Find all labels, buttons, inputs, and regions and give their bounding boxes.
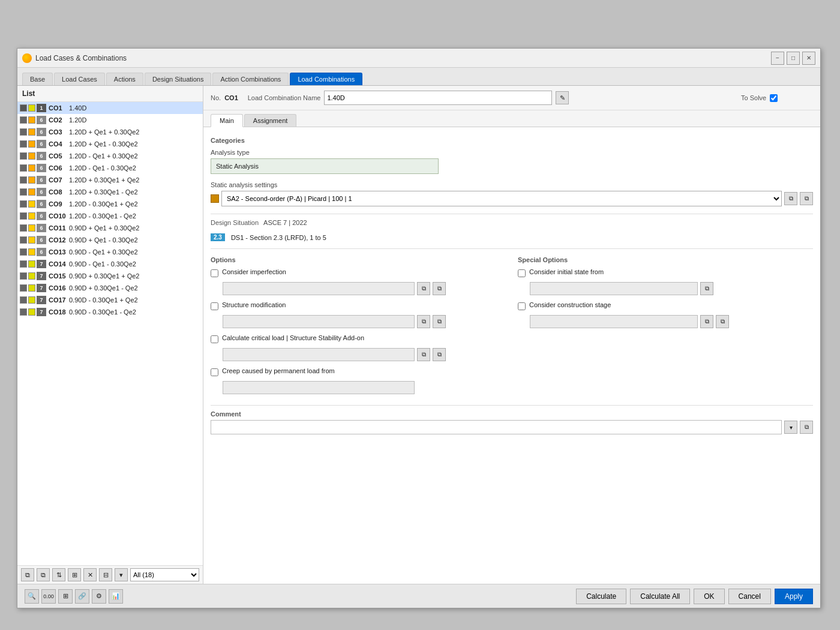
settings-copy-btn[interactable]: ⧉ — [784, 192, 797, 205]
list-item-value: 1.20D + Qe1 - 0.30Qe2 — [69, 140, 200, 148]
imperfection-paste-btn[interactable]: ⧉ — [433, 282, 446, 295]
calculate-button[interactable]: Calculate — [576, 589, 626, 604]
list-item[interactable]: 6CO21.20D — [17, 114, 203, 126]
construction-paste-btn[interactable]: ⧉ — [716, 315, 729, 328]
color-swatch-2 — [28, 308, 35, 316]
sub-tab-main[interactable]: Main — [211, 114, 243, 127]
list-item-code: CO1 — [49, 104, 67, 112]
tab-actions[interactable]: Actions — [106, 73, 143, 85]
initial-state-paste-btn[interactable]: ⧉ — [700, 282, 713, 295]
critical-load-copy-btn[interactable]: ⧉ — [417, 348, 430, 361]
list-more-btn[interactable]: ▾ — [115, 568, 128, 581]
list-item[interactable]: 6CO120.90D + Qe1 - 0.30Qe2 — [17, 234, 203, 246]
list-item[interactable]: 6CO110.90D + Qe1 + 0.30Qe2 — [17, 222, 203, 234]
tool-settings[interactable]: ⚙ — [92, 589, 106, 604]
list-item[interactable]: 7CO170.90D - 0.30Qe1 + Qe2 — [17, 294, 203, 306]
critical-load-row: Calculate critical load | Structure Stab… — [211, 334, 506, 343]
list-item[interactable]: 7CO160.90D + 0.30Qe1 - Qe2 — [17, 282, 203, 294]
list-item-badge: 1 — [37, 104, 46, 112]
list-item-code: CO8 — [49, 188, 67, 196]
comment-input[interactable] — [211, 420, 782, 434]
list-item[interactable]: 6CO81.20D + 0.30Qe1 - Qe2 — [17, 186, 203, 198]
list-item-badge: 6 — [37, 200, 46, 208]
list-item[interactable]: 7CO180.90D - 0.30Qe1 - Qe2 — [17, 306, 203, 318]
color-swatch-2 — [28, 236, 35, 244]
main-window: Load Cases & Combinations − □ ✕ Base Loa… — [17, 48, 821, 608]
consider-imperfection-checkbox[interactable] — [211, 269, 218, 277]
list-copy-btn[interactable]: ⧉ — [21, 568, 34, 581]
color-swatch-1 — [20, 176, 27, 184]
calculate-all-button[interactable]: Calculate All — [630, 589, 690, 604]
tool-search[interactable]: 🔍 — [25, 589, 39, 604]
imperfection-copy-btn[interactable]: ⧉ — [417, 282, 430, 295]
ok-button[interactable]: OK — [694, 589, 724, 604]
maximize-button[interactable]: □ — [787, 52, 800, 65]
list-item-code: CO13 — [49, 248, 67, 256]
list-item-code: CO7 — [49, 176, 67, 184]
color-swatch-2 — [28, 104, 35, 112]
list-item[interactable]: 7CO150.90D + 0.30Qe1 + Qe2 — [17, 270, 203, 282]
list-filter-select[interactable]: All (18) Active Inactive — [130, 568, 199, 581]
list-item[interactable]: 6CO130.90D - Qe1 + 0.30Qe2 — [17, 246, 203, 258]
list-item-code: CO9 — [49, 200, 67, 208]
color-swatch-1 — [20, 188, 27, 196]
list-item[interactable]: 6CO71.20D + 0.30Qe1 + Qe2 — [17, 174, 203, 186]
to-solve-checkbox[interactable] — [770, 94, 778, 102]
color-swatch-2 — [28, 128, 35, 136]
tab-load-combinations[interactable]: Load Combinations — [290, 73, 362, 85]
construction-stage-checkbox[interactable] — [518, 302, 526, 310]
construction-copy-btn[interactable]: ⧉ — [700, 315, 713, 328]
comment-copy-btn[interactable]: ⧉ — [800, 421, 813, 434]
tab-load-cases[interactable]: Load Cases — [54, 73, 105, 85]
creep-checkbox[interactable] — [211, 368, 218, 376]
name-input[interactable] — [324, 91, 552, 105]
initial-state-checkbox[interactable] — [518, 269, 526, 277]
list-delete-btn[interactable]: ✕ — [83, 568, 97, 581]
list-group-btn[interactable]: ⊞ — [68, 568, 81, 581]
sub-tab-assignment[interactable]: Assignment — [244, 114, 296, 127]
list-item[interactable]: 6CO101.20D - 0.30Qe1 - Qe2 — [17, 210, 203, 222]
cancel-button[interactable]: Cancel — [728, 589, 771, 604]
color-swatch-2 — [28, 260, 35, 268]
list-view-btn[interactable]: ⊟ — [99, 568, 112, 581]
color-swatch-1 — [20, 104, 27, 112]
list-paste-btn[interactable]: ⧉ — [37, 568, 50, 581]
structure-mod-paste-btn[interactable]: ⧉ — [433, 315, 446, 328]
list-item[interactable]: 6CO41.20D + Qe1 - 0.30Qe2 — [17, 138, 203, 150]
structure-mod-checkbox[interactable] — [211, 302, 218, 310]
structure-mod-copy-btn[interactable]: ⧉ — [417, 315, 430, 328]
list-filter-btn[interactable]: ⇅ — [52, 568, 65, 581]
color-swatch-1 — [20, 272, 27, 280]
list-item[interactable]: 7CO140.90D - Qe1 - 0.30Qe2 — [17, 258, 203, 270]
list-item[interactable]: 6CO91.20D - 0.30Qe1 + Qe2 — [17, 198, 203, 210]
critical-load-checkbox[interactable] — [211, 335, 218, 343]
apply-button[interactable]: Apply — [775, 589, 813, 604]
tool-display[interactable]: 📊 — [109, 589, 123, 604]
tool-structure[interactable]: ⊞ — [58, 589, 73, 604]
name-edit-btn[interactable]: ✎ — [556, 91, 569, 104]
close-button[interactable]: ✕ — [802, 52, 815, 65]
design-situation-row: Design Situation ASCE 7 | 2022 — [211, 219, 813, 226]
consider-imperfection-input — [223, 282, 415, 295]
settings-paste-btn[interactable]: ⧉ — [800, 192, 813, 205]
list-item[interactable]: 6CO31.20D + Qe1 + 0.30Qe2 — [17, 126, 203, 138]
tool-link[interactable]: 🔗 — [75, 589, 89, 604]
list-item-value: 0.90D + Qe1 - 0.30Qe2 — [69, 236, 200, 244]
tab-design-situations[interactable]: Design Situations — [145, 73, 212, 85]
construction-stage-row: Consider construction stage — [518, 301, 813, 310]
comment-dropdown-btn[interactable]: ▾ — [784, 421, 797, 434]
content-area: List 1CO11.40D6CO21.20D6CO31.20D + Qe1 +… — [17, 86, 820, 584]
color-swatch-1 — [20, 116, 27, 124]
comment-section: Comment ▾ ⧉ — [211, 405, 813, 434]
minimize-button[interactable]: − — [771, 52, 784, 65]
tool-value[interactable]: 0.00 — [41, 589, 56, 604]
tab-action-combinations[interactable]: Action Combinations — [212, 73, 289, 85]
critical-load-paste-btn[interactable]: ⧉ — [433, 348, 446, 361]
list-item[interactable]: 1CO11.40D — [17, 102, 203, 114]
list-item[interactable]: 6CO51.20D - Qe1 + 0.30Qe2 — [17, 150, 203, 162]
list-item-badge: 7 — [37, 284, 46, 292]
color-swatch-2 — [28, 248, 35, 256]
list-item[interactable]: 6CO61.20D - Qe1 - 0.30Qe2 — [17, 162, 203, 174]
tab-base[interactable]: Base — [22, 73, 53, 85]
static-settings-select[interactable]: SA2 - Second-order (P-Δ) | Picard | 100 … — [221, 191, 782, 206]
